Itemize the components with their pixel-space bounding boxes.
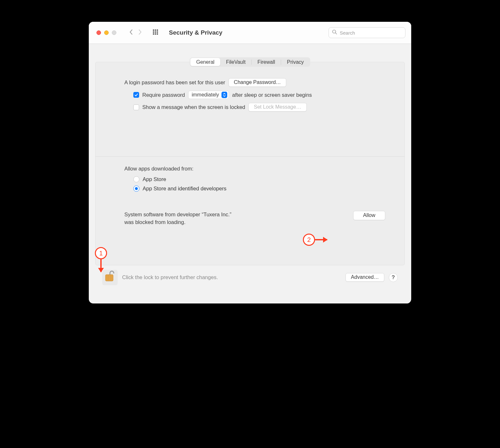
radio-app-store-identified-label: App Store and identified developers: [143, 186, 226, 192]
advanced-button[interactable]: Advanced…: [346, 273, 384, 282]
tab-general[interactable]: General: [190, 58, 220, 66]
set-lock-message-button[interactable]: Set Lock Message…: [248, 103, 307, 112]
search-input[interactable]: [340, 30, 402, 36]
require-password-label: Require password: [142, 92, 185, 98]
require-password-checkbox[interactable]: [133, 92, 139, 98]
radio-app-store-label: App Store: [143, 176, 166, 182]
svg-point-13: [157, 29, 158, 31]
window-body: General FileVault Firewall Privacy A log…: [89, 44, 411, 303]
back-button[interactable]: [128, 29, 134, 37]
lock-toggle-button[interactable]: [102, 270, 118, 285]
tab-bar: General FileVault Firewall Privacy: [190, 57, 310, 67]
show-lock-message-label: Show a message when the screen is locked: [142, 104, 245, 110]
svg-rect-9: [157, 33, 158, 35]
tab-firewall[interactable]: Firewall: [252, 58, 281, 66]
blocked-software-text: System software from developer “Tuxera I…: [124, 211, 232, 226]
search-icon: [332, 29, 337, 36]
svg-point-12: [155, 29, 156, 31]
footer: Click the lock to prevent further change…: [95, 265, 405, 289]
dropdown-arrows-icon: [221, 92, 227, 98]
show-all-button[interactable]: [153, 29, 159, 36]
svg-rect-8: [155, 33, 156, 35]
tab-privacy[interactable]: Privacy: [281, 58, 309, 66]
allow-apps-title: Allow apps downloaded from:: [124, 166, 385, 172]
tab-filevault[interactable]: FileVault: [220, 58, 251, 66]
minimize-window-button[interactable]: [104, 30, 109, 35]
close-window-button[interactable]: [96, 30, 101, 35]
annotation-callout-2: 2: [303, 234, 315, 246]
svg-rect-6: [157, 31, 158, 33]
zoom-window-button[interactable]: [112, 30, 116, 35]
forward-button[interactable]: [137, 29, 143, 37]
annotation-arrow-1: [100, 259, 102, 272]
radio-app-store-identified[interactable]: [133, 186, 139, 192]
require-password-delay-value: immediately: [192, 92, 219, 98]
preferences-window: Security & Privacy General FileVault Fir…: [89, 22, 411, 303]
show-lock-message-checkbox[interactable]: [133, 104, 139, 110]
svg-point-11: [153, 29, 154, 31]
panel-divider: [96, 156, 404, 157]
nav-buttons: [128, 29, 143, 37]
svg-rect-4: [153, 31, 154, 33]
annotation-arrow-2: [315, 239, 327, 240]
svg-rect-5: [155, 31, 156, 33]
login-password-text: A login password has been set for this u…: [124, 79, 225, 86]
search-field[interactable]: [329, 27, 405, 38]
help-button[interactable]: ?: [389, 273, 398, 282]
change-password-button[interactable]: Change Password…: [229, 78, 287, 87]
general-panel: A login password has been set for this u…: [95, 62, 405, 265]
annotation-callout-1: 1: [95, 247, 107, 259]
unlock-icon: [104, 270, 115, 285]
radio-app-store[interactable]: [133, 176, 139, 182]
titlebar: Security & Privacy: [89, 22, 411, 44]
svg-line-16: [335, 33, 337, 34]
allow-button[interactable]: Allow: [353, 211, 385, 220]
window-controls: [96, 30, 116, 35]
svg-rect-7: [153, 33, 154, 35]
lock-hint-text: Click the lock to prevent further change…: [122, 274, 218, 280]
require-password-after-text: after sleep or screen saver begins: [232, 92, 312, 98]
window-title: Security & Privacy: [169, 29, 222, 36]
require-password-delay-select[interactable]: immediately: [188, 91, 229, 99]
